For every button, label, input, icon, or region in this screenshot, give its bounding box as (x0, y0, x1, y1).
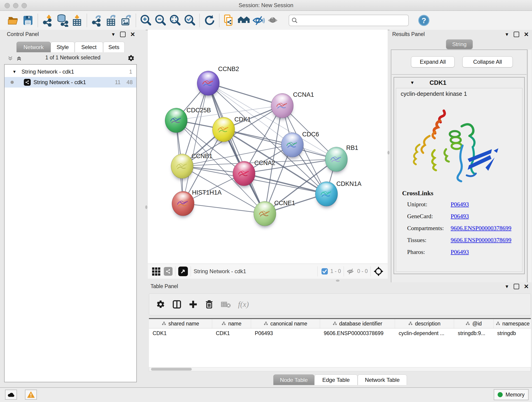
crosslink-link[interactable]: P06493 (451, 249, 469, 255)
tab-string[interactable]: String (446, 39, 473, 49)
panel-menu-icon[interactable]: ▼ (505, 32, 509, 37)
column-header-namespace[interactable]: namespace (494, 319, 531, 328)
table-settings-button[interactable] (156, 300, 165, 309)
results-panel: Results Panel ▼ ✕ String Expand All Coll… (389, 30, 532, 279)
crosslink-row: Tissues:9606.ENSP00000378699 (407, 237, 520, 244)
import-network-file-button[interactable] (40, 13, 55, 28)
table-cell[interactable]: stringdb (494, 328, 531, 338)
gear-icon[interactable] (127, 55, 135, 62)
network-canvas[interactable]: CCNB2CCNA1CDC25BCDK1CDC6RB1CCNB1CCNA2CDK… (148, 30, 388, 264)
pan-crosshair-icon[interactable] (374, 266, 384, 276)
table-cell[interactable]: CDK1 (212, 328, 251, 338)
import-table-button[interactable] (70, 13, 84, 28)
splitter-handle[interactable] (387, 151, 389, 154)
tab-network-table[interactable]: Network Table (358, 375, 407, 385)
network-node-ccnb2[interactable] (197, 71, 220, 96)
memory-button[interactable]: Memory (494, 389, 529, 400)
collection-expand-icon[interactable]: ▼ (12, 70, 17, 74)
copy-documents-icon (223, 14, 235, 27)
tab-node-table[interactable]: Node Table (273, 375, 314, 385)
crosslink-link[interactable]: P06493 (451, 201, 469, 208)
network-node-ccne1[interactable] (254, 201, 276, 226)
network-row-selected[interactable]: String Network - cdk1 11 48 (5, 77, 136, 88)
tab-select[interactable]: Select (75, 42, 103, 52)
network-node-cdkn1a[interactable] (315, 182, 338, 206)
close-panel-icon[interactable]: ✕ (130, 32, 135, 37)
cloud-status-button[interactable] (5, 390, 17, 400)
birdseye-button[interactable] (236, 13, 251, 28)
hide-graphics-button[interactable] (251, 13, 266, 28)
panel-menu-icon[interactable]: ▼ (111, 32, 115, 37)
grid-view-icon[interactable] (152, 267, 161, 276)
table-cell[interactable]: 9606.ENSP00000378699 (320, 328, 395, 338)
crosslink-link[interactable]: 9606.ENSP00000378699 (451, 237, 511, 244)
network-node-rb1[interactable] (325, 147, 348, 172)
expand-all-button[interactable]: Expand All (411, 56, 455, 67)
column-header-sharedname[interactable]: shared name (149, 319, 212, 328)
gene-collapse-icon[interactable]: ▼ (410, 80, 414, 85)
open-session-button[interactable] (6, 13, 21, 28)
network-node-ccna1[interactable] (271, 93, 293, 118)
help-button[interactable]: ? (417, 13, 431, 28)
network-node-hist1h1a[interactable] (172, 191, 194, 216)
refresh-button[interactable] (202, 13, 217, 28)
zoom-selected-button[interactable] (182, 13, 197, 28)
network-node-ccnb1[interactable] (171, 154, 193, 179)
network-node-cdc6[interactable] (281, 133, 304, 157)
float-panel-icon[interactable] (514, 284, 519, 289)
float-panel-icon[interactable] (120, 32, 126, 37)
network-node-cdc25b[interactable] (165, 108, 187, 133)
tab-sets[interactable]: Sets (103, 42, 125, 52)
import-network-database-button[interactable] (55, 13, 70, 28)
show-graphics-button[interactable] (266, 13, 280, 28)
export-table-button[interactable] (104, 13, 119, 28)
column-header-name[interactable]: name (212, 319, 251, 328)
splitter-handle[interactable] (145, 205, 147, 209)
node-label-cdc25b: CDC25B (186, 107, 211, 114)
tab-edge-table[interactable]: Edge Table (314, 375, 358, 385)
network-node-ccna2[interactable] (233, 161, 255, 186)
splitter-handle[interactable] (336, 280, 340, 282)
column-header-databaseidentifier[interactable]: database identifier (320, 319, 395, 328)
export-network-button[interactable] (89, 13, 104, 28)
export-image-button[interactable] (119, 13, 133, 28)
float-panel-icon[interactable] (514, 32, 519, 37)
panel-menu-icon[interactable]: ▼ (505, 284, 509, 289)
string-results-box: Expand All Collapse All ▼ CDK1 cyclin-de… (391, 50, 527, 300)
table-cell[interactable]: CDK1 (149, 328, 212, 338)
network-view[interactable]: CCNB2CCNA1CDC25BCDK1CDC6RB1CCNB1CCNA2CDK… (148, 30, 388, 279)
table-cell[interactable]: P06493 (251, 328, 320, 338)
network-collection-row[interactable]: ▼ String Network - cdk1 1 (5, 66, 136, 77)
show-columns-button[interactable] (172, 300, 182, 309)
save-session-button[interactable] (21, 13, 35, 28)
crosslink-link[interactable]: P06493 (451, 213, 469, 220)
table-hscrollbar[interactable] (149, 367, 531, 371)
results-scrollbar[interactable] (528, 50, 532, 300)
selected-checkbox-icon[interactable] (321, 268, 328, 275)
close-panel-icon[interactable]: ✕ (524, 284, 529, 289)
copy-button[interactable] (222, 13, 236, 28)
table-row[interactable]: CDK1CDK1P064939606.ENSP00000378699cyclin… (149, 328, 531, 338)
tab-network[interactable]: Network (17, 42, 51, 52)
table-cell[interactable]: stringdb:9... (454, 328, 494, 338)
network-view-mode-icon[interactable] (164, 267, 172, 276)
search-input[interactable] (298, 17, 397, 24)
table-cell[interactable]: cyclin-dependent ... (395, 328, 454, 338)
zoom-out-button[interactable] (153, 13, 168, 28)
search-box[interactable] (289, 15, 409, 26)
close-panel-icon[interactable]: ✕ (524, 32, 529, 37)
delete-column-button[interactable] (205, 300, 214, 309)
column-header-canonicalname[interactable]: canonical name (251, 319, 320, 328)
tab-style[interactable]: Style (51, 42, 75, 52)
control-panel-title: Control Panel (7, 31, 39, 37)
column-header-id[interactable]: @id (454, 319, 494, 328)
detach-view-icon[interactable] (178, 267, 188, 276)
zoom-fit-button[interactable] (168, 13, 182, 28)
warning-status-button[interactable] (25, 390, 37, 400)
crosslink-link[interactable]: 9606.ENSP00000378699 (451, 225, 511, 232)
add-column-button[interactable] (189, 300, 198, 309)
network-node-cdk1[interactable] (212, 117, 235, 142)
zoom-in-button[interactable] (138, 13, 153, 28)
collapse-all-button[interactable]: Collapse All (462, 56, 513, 67)
column-header-description[interactable]: description (395, 319, 454, 328)
